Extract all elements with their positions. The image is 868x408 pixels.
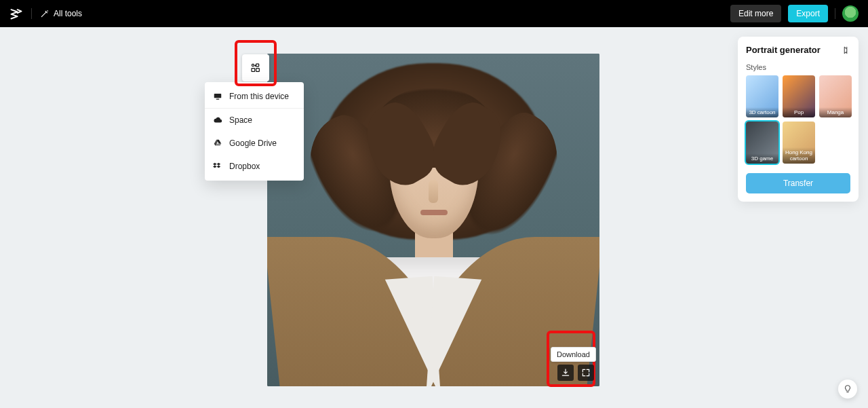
all-tools-button[interactable]: All tools — [40, 9, 82, 18]
menu-item-label: From this device — [229, 92, 289, 101]
portrait-mouth — [420, 210, 448, 215]
edit-more-button[interactable]: Edit more — [730, 5, 781, 22]
svg-rect-2 — [252, 69, 255, 72]
fullscreen-button[interactable] — [578, 365, 594, 381]
header-left: All tools — [9, 7, 82, 20]
help-button[interactable] — [838, 379, 857, 398]
replace-image-icon — [250, 62, 261, 73]
panel-header: Portrait generator — [746, 45, 850, 55]
style-label: 3D cartoon — [746, 107, 778, 117]
style-tile-3d-game[interactable]: 3D game — [746, 122, 778, 164]
menu-item-from-device[interactable]: From this device — [205, 85, 304, 109]
dropbox-icon — [213, 162, 222, 171]
style-label: 3D game — [746, 153, 778, 164]
portrait-canvas[interactable] — [267, 54, 599, 386]
menu-item-space[interactable]: Space — [205, 109, 304, 132]
style-tile-manga[interactable]: Manga — [819, 75, 852, 117]
replace-image-button[interactable] — [242, 54, 269, 81]
user-avatar[interactable] — [842, 5, 859, 22]
style-label: Manga — [819, 107, 852, 117]
portrait-generator-panel: Portrait generator Styles 3D cartoon Pop… — [738, 37, 859, 202]
style-tile-hong-kong-cartoon[interactable]: Hong Kong cartoon — [783, 122, 815, 164]
collapse-panel-icon[interactable] — [841, 45, 850, 55]
panel-title: Portrait generator — [746, 45, 821, 55]
magic-wand-icon — [40, 9, 50, 18]
expand-icon — [581, 368, 591, 377]
download-icon — [561, 368, 570, 377]
google-drive-icon — [213, 138, 222, 148]
device-icon — [213, 92, 222, 101]
all-tools-label: All tools — [54, 9, 82, 18]
app-header: All tools Edit more Export — [0, 0, 868, 27]
stage: From this device Space Google Drive Drop… — [0, 27, 868, 408]
style-tile-pop[interactable]: Pop — [783, 75, 815, 117]
upload-source-menu: From this device Space Google Drive Drop… — [205, 82, 304, 181]
style-label: Pop — [783, 107, 815, 117]
style-label: Hong Kong cartoon — [783, 147, 815, 164]
download-tooltip: Download — [551, 347, 596, 362]
export-button[interactable]: Export — [788, 5, 828, 22]
svg-rect-5 — [216, 99, 220, 100]
styles-section-label: Styles — [746, 63, 850, 71]
header-right: Edit more Export — [730, 5, 859, 22]
divider — [31, 8, 32, 19]
menu-item-label: Space — [229, 115, 252, 125]
divider — [835, 8, 835, 19]
style-grid: 3D cartoon Pop Manga 3D game Hong Kong c… — [746, 75, 850, 164]
menu-item-label: Google Drive — [229, 138, 277, 148]
svg-point-0 — [252, 64, 254, 66]
svg-rect-1 — [256, 64, 259, 67]
portrait-nose — [429, 180, 438, 203]
menu-item-dropbox[interactable]: Dropbox — [205, 155, 304, 178]
svg-rect-3 — [256, 69, 260, 72]
svg-rect-4 — [214, 94, 222, 98]
portrait-coat — [281, 237, 586, 386]
transfer-button[interactable]: Transfer — [746, 173, 850, 193]
download-button[interactable] — [557, 365, 574, 381]
style-tile-3d-cartoon[interactable]: 3D cartoon — [746, 75, 778, 117]
cloud-icon — [213, 115, 222, 125]
brand-logo-icon — [9, 7, 23, 20]
menu-item-label: Dropbox — [229, 162, 260, 171]
menu-item-google-drive[interactable]: Google Drive — [205, 132, 304, 155]
lightbulb-icon — [843, 384, 852, 394]
canvas-controls — [557, 365, 594, 381]
